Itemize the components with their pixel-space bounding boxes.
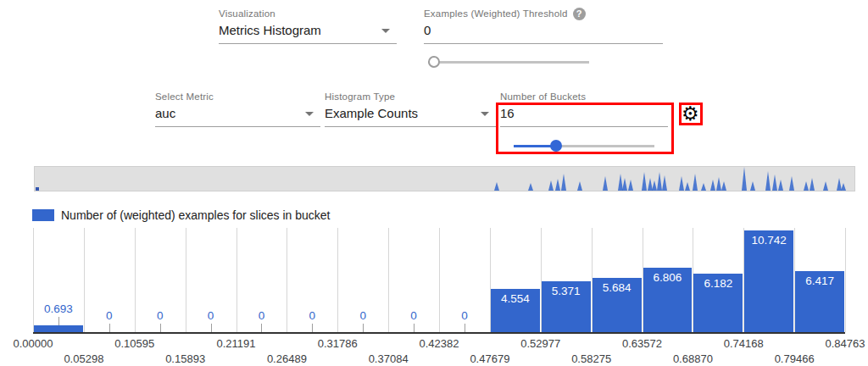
x-tick-label: 0.00000 <box>14 337 53 350</box>
x-tick-label: 0.84763 <box>826 337 865 350</box>
x-tick-label: 0.37084 <box>369 352 409 365</box>
bar-label-stem <box>58 317 59 325</box>
chart-gridline <box>236 228 237 332</box>
bar-value-label: 0 <box>410 309 417 322</box>
x-tick-label: 0.05298 <box>64 352 103 365</box>
x-tick-label: 0.52977 <box>520 337 560 350</box>
x-tick-label: 0.42382 <box>420 337 459 350</box>
chart-gridline <box>33 228 34 332</box>
chart-gridline <box>845 228 846 332</box>
bar-label-stem <box>465 324 465 332</box>
x-tick-label: 0.31786 <box>318 337 358 350</box>
x-tick-label: 0.74168 <box>724 337 764 350</box>
bar-label-stem <box>414 324 415 332</box>
bar-value-label: 0.693 <box>44 302 73 315</box>
bar-value-label: 6.182 <box>704 277 732 290</box>
bar-label-stem <box>363 324 364 332</box>
chart-gridline <box>287 228 287 332</box>
bar-label-stem <box>312 324 313 332</box>
chart-gridline <box>186 228 186 332</box>
metrics-histogram-chart: 0.693000000004.5545.3715.6846.8066.18210… <box>0 0 868 366</box>
x-tick-label: 0.68870 <box>673 352 713 365</box>
chart-gridline <box>388 228 389 332</box>
bar-value-label: 5.371 <box>552 285 581 297</box>
x-tick-label: 0.10595 <box>114 337 154 350</box>
histogram-bar[interactable] <box>34 325 83 332</box>
bar-value-label: 6.417 <box>805 274 834 287</box>
bar-value-label: 0 <box>106 309 113 322</box>
bar-value-label: 6.806 <box>654 271 682 284</box>
bar-value-label: 0 <box>208 309 214 322</box>
bar-value-label: 0 <box>309 309 316 322</box>
x-tick-label: 0.21191 <box>216 337 255 350</box>
chart-x-axis <box>33 332 845 334</box>
bar-value-label: 10.742 <box>752 234 787 247</box>
bar-value-label: 0 <box>157 309 164 322</box>
chart-gridline <box>337 228 338 332</box>
x-tick-label: 0.63572 <box>622 337 662 350</box>
chart-gridline <box>135 228 136 332</box>
bar-value-label: 4.554 <box>501 292 530 305</box>
bar-value-label: 0 <box>259 309 265 322</box>
bar-label-stem <box>211 324 212 332</box>
x-tick-label: 0.15893 <box>165 352 205 365</box>
x-tick-label: 0.26489 <box>267 352 307 365</box>
bar-label-stem <box>160 324 161 332</box>
bar-value-label: 0 <box>461 309 468 322</box>
bar-label-stem <box>261 324 262 332</box>
metrics-histogram-panel: Visualization Metrics Histogram Examples… <box>0 0 868 366</box>
chart-gridline <box>439 228 440 332</box>
x-tick-label: 0.58275 <box>571 352 611 365</box>
bar-label-stem <box>109 324 110 332</box>
x-tick-label: 0.79466 <box>775 352 815 365</box>
bar-value-label: 0 <box>359 309 366 322</box>
bar-value-label: 5.684 <box>603 281 632 294</box>
x-tick-label: 0.47679 <box>470 352 509 365</box>
chart-gridline <box>84 228 85 332</box>
